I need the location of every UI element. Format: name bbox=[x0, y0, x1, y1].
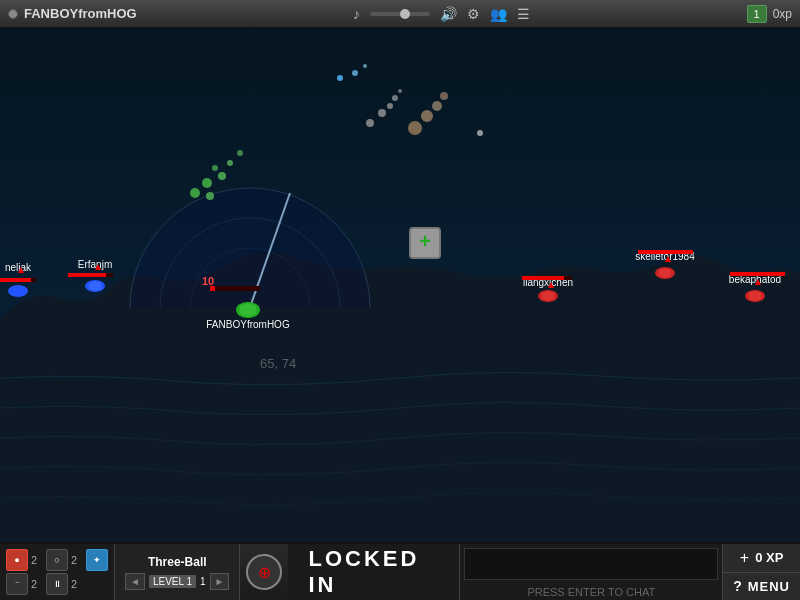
svg-rect-56 bbox=[730, 272, 785, 276]
svg-text:+: + bbox=[419, 230, 431, 252]
weapon-selector: Three-Ball ◄ LEVEL 1 1 ► bbox=[115, 544, 240, 600]
xp-plus-button[interactable]: + 0 XP bbox=[723, 544, 800, 573]
svg-text:10: 10 bbox=[202, 275, 214, 287]
svg-point-18 bbox=[477, 130, 483, 136]
weapon-slot-3[interactable]: ✦ bbox=[86, 549, 108, 571]
svg-point-8 bbox=[237, 150, 243, 156]
weapon-row-bottom: ⁻ 2 ⏸ 2 bbox=[6, 573, 108, 595]
svg-marker-23 bbox=[240, 303, 256, 317]
game-area[interactable]: SHOOT ONLY SHOOT ONLY Turn 2 bbox=[0, 28, 800, 542]
right-buttons: + 0 XP ? MENU bbox=[723, 544, 800, 600]
svg-rect-50 bbox=[638, 250, 693, 254]
menu-button-row[interactable]: ? MENU bbox=[723, 573, 800, 601]
titlebar-left: FANBOYfromHOG bbox=[8, 6, 137, 21]
svg-text:Erfanjm: Erfanjm bbox=[78, 259, 112, 270]
locked-in-section: LOCKED IN bbox=[288, 544, 460, 600]
svg-marker-29 bbox=[89, 281, 101, 291]
weapon-slot-1[interactable]: ● bbox=[6, 549, 28, 571]
crosshair-icon: ⊕ bbox=[258, 563, 271, 582]
svg-text:neliak: neliak bbox=[5, 262, 32, 273]
weapon-slot-1-icon: ● bbox=[14, 555, 19, 565]
xp-value: 0xp bbox=[773, 7, 792, 21]
bottom-hud: ● 2 ○ 2 ✦ ⁻ 2 ⏸ 2 Three-Ball ◄ LEVE bbox=[0, 542, 800, 600]
svg-rect-38 bbox=[0, 278, 31, 282]
xp-badge: 1 bbox=[747, 5, 767, 23]
game-canvas: 10 FANBOYfromHOG Erfanjm neliak liangxic… bbox=[0, 28, 800, 542]
svg-marker-40 bbox=[542, 291, 554, 301]
svg-point-7 bbox=[227, 160, 233, 166]
music-icon[interactable]: ♪ bbox=[353, 6, 360, 22]
svg-point-20 bbox=[352, 70, 358, 76]
svg-point-12 bbox=[392, 95, 398, 101]
weapon-slot-3-icon: ✦ bbox=[93, 555, 101, 565]
weapon-slots: ● 2 ○ 2 ✦ ⁻ 2 ⏸ 2 bbox=[0, 544, 115, 600]
weapon-next-button[interactable]: ► bbox=[210, 573, 230, 590]
svg-point-19 bbox=[337, 75, 343, 81]
weapon-slot-5[interactable]: ⏸ bbox=[46, 573, 68, 595]
weapon-slot-5-icon: ⏸ bbox=[53, 579, 62, 589]
weapon-slot-2[interactable]: ○ bbox=[46, 549, 68, 571]
volume-slider[interactable] bbox=[370, 12, 430, 16]
weapon-slot-4[interactable]: ⁻ bbox=[6, 573, 28, 595]
menu-button[interactable]: MENU bbox=[748, 579, 790, 594]
plus-icon: + bbox=[740, 549, 749, 567]
window-dot bbox=[8, 9, 18, 19]
svg-point-21 bbox=[363, 64, 367, 68]
svg-point-13 bbox=[398, 89, 402, 93]
weapon-name: Three-Ball bbox=[148, 555, 207, 569]
xp-display: 0 XP bbox=[755, 550, 783, 565]
weapon-count-2: 2 bbox=[71, 554, 83, 566]
svg-point-11 bbox=[387, 103, 393, 109]
list-icon[interactable]: ☰ bbox=[517, 6, 530, 22]
svg-point-4 bbox=[206, 192, 214, 200]
svg-point-14 bbox=[408, 121, 422, 135]
titlebar-controls: ♪ 🔊 ⚙ 👥 ☰ bbox=[353, 6, 530, 22]
chat-section[interactable]: PRESS ENTER TO CHAT bbox=[460, 544, 723, 600]
weapon-slot-2-icon: ○ bbox=[54, 555, 59, 565]
press-enter-hint[interactable]: PRESS ENTER TO CHAT bbox=[460, 584, 722, 600]
weapon-prev-button[interactable]: ◄ bbox=[125, 573, 145, 590]
slider-thumb bbox=[400, 9, 410, 19]
level-badge: LEVEL 1 bbox=[149, 575, 196, 588]
titlebar-right: 1 0xp bbox=[747, 5, 792, 23]
svg-rect-44 bbox=[522, 276, 564, 280]
window-title: FANBOYfromHOG bbox=[24, 6, 137, 21]
titlebar: FANBOYfromHOG ♪ 🔊 ⚙ 👥 ☰ 1 0xp bbox=[0, 0, 800, 28]
svg-point-15 bbox=[421, 110, 433, 122]
weapon-count-1: 2 bbox=[31, 554, 43, 566]
svg-point-5 bbox=[218, 172, 226, 180]
settings-icon[interactable]: ⚙ bbox=[467, 6, 480, 22]
svg-point-10 bbox=[378, 109, 386, 117]
crosshair-button[interactable]: ⊕ bbox=[246, 554, 282, 590]
chat-display bbox=[464, 548, 718, 580]
svg-text:65, 74: 65, 74 bbox=[260, 356, 296, 371]
weapon-count-4: 2 bbox=[31, 578, 43, 590]
weapon-count-5: 2 bbox=[71, 578, 83, 590]
locked-in-text: LOCKED IN bbox=[308, 546, 439, 598]
weapon-slot-4-icon: ⁻ bbox=[15, 579, 20, 589]
svg-marker-46 bbox=[659, 268, 671, 278]
players-icon[interactable]: 👥 bbox=[490, 6, 507, 22]
svg-point-2 bbox=[190, 188, 200, 198]
svg-rect-24 bbox=[210, 286, 260, 291]
weapon-nav: ◄ LEVEL 1 1 ► bbox=[125, 573, 229, 590]
weapon-level-num: 1 bbox=[200, 576, 206, 587]
svg-point-6 bbox=[212, 165, 218, 171]
svg-point-3 bbox=[202, 178, 212, 188]
volume-icon[interactable]: 🔊 bbox=[440, 6, 457, 22]
svg-point-16 bbox=[432, 101, 442, 111]
svg-text:FANBOYfromHOG: FANBOYfromHOG bbox=[206, 319, 290, 330]
weapon-row-top: ● 2 ○ 2 ✦ bbox=[6, 549, 108, 571]
svg-point-9 bbox=[366, 119, 374, 127]
svg-rect-31 bbox=[68, 273, 106, 277]
help-button[interactable]: ? bbox=[733, 578, 742, 594]
svg-point-17 bbox=[440, 92, 448, 100]
svg-marker-52 bbox=[749, 291, 761, 301]
svg-point-34 bbox=[8, 285, 28, 297]
